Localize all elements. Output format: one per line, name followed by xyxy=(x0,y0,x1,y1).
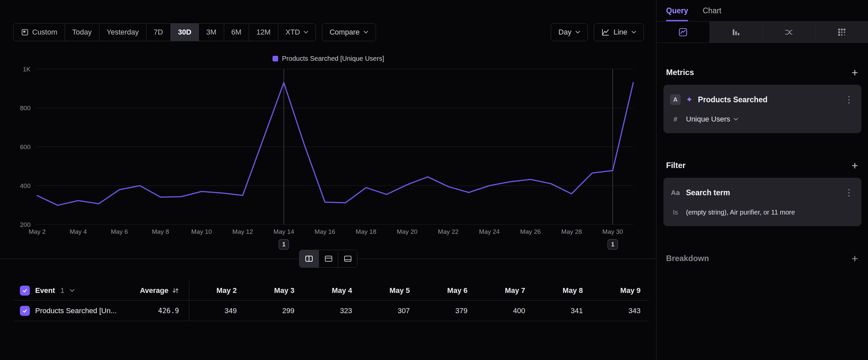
aggregation-label: Unique Users xyxy=(686,115,730,123)
layout-top-button[interactable] xyxy=(319,250,338,267)
sidebar-tabs: Query Chart xyxy=(657,0,868,21)
add-metric-button[interactable]: + xyxy=(850,67,859,78)
breakdown-title: Breakdown xyxy=(666,254,709,263)
metrics-section-header: Metrics + xyxy=(666,67,859,78)
event-label: Event xyxy=(35,286,55,295)
results-table: Event 1 Average May 2May 3May 4May 5May … xyxy=(13,281,649,321)
column-header-may-5[interactable]: May 5 xyxy=(362,281,420,300)
check-icon xyxy=(22,287,28,294)
tab-chart-label: Chart xyxy=(703,6,721,15)
svg-text:May 2: May 2 xyxy=(29,228,46,235)
insights-icon xyxy=(678,28,688,37)
text-property-icon: Aa xyxy=(670,189,681,197)
line-chart[interactable]: 2004006008001KMay 2May 4May 6May 8May 10… xyxy=(0,0,656,259)
svg-text:May 20: May 20 xyxy=(397,228,417,235)
column-header-may-9[interactable]: May 9 xyxy=(593,281,651,300)
row-checkbox[interactable] xyxy=(20,306,30,316)
layout-bottom-button[interactable] xyxy=(338,250,357,267)
value-cell: 341 xyxy=(535,301,593,321)
filter-condition-row[interactable]: Is (empty string), Air purifier, or 11 m… xyxy=(663,203,861,222)
value-cell: 349 xyxy=(189,301,247,321)
svg-text:May 14: May 14 xyxy=(274,228,294,235)
average-label: Average xyxy=(140,286,168,295)
add-filter-button[interactable]: + xyxy=(850,160,859,171)
layout-top-icon xyxy=(324,255,333,263)
svg-text:400: 400 xyxy=(20,182,31,189)
table-header-row: Event 1 Average May 2May 3May 4May 5May … xyxy=(13,281,649,301)
table-data-row: Products Searched [Un... 426.9 349299323… xyxy=(13,301,649,321)
select-all-checkbox[interactable] xyxy=(20,286,30,296)
event-header-cell[interactable]: Event 1 xyxy=(13,281,106,300)
value-cell: 323 xyxy=(304,301,362,321)
svg-text:May 10: May 10 xyxy=(191,228,212,235)
column-header-may-8[interactable]: May 8 xyxy=(535,281,593,300)
svg-text:May 12: May 12 xyxy=(232,228,253,235)
metric-card-title-row: A ✦ Products Searched ⋮ xyxy=(663,89,861,110)
column-header-may-3[interactable]: May 3 xyxy=(247,281,304,300)
report-type-insights-button[interactable] xyxy=(657,22,710,43)
report-type-flows-button[interactable] xyxy=(762,22,815,43)
row-name-cell[interactable]: Products Searched [Un... xyxy=(13,301,106,321)
filter-options-button[interactable]: ⋮ xyxy=(843,188,855,197)
row-name: Products Searched [Un... xyxy=(35,307,117,315)
metric-aggregation-row[interactable]: # Unique Users xyxy=(663,110,861,129)
average-value-cell: 426.9 xyxy=(106,301,189,321)
insights-report: CustomTodayYesterday7D30D3M6M12MXTD Comp… xyxy=(0,0,868,360)
column-header-may-6[interactable]: May 6 xyxy=(420,281,477,300)
layout-toggle-group xyxy=(299,250,358,268)
layout-split-icon xyxy=(305,255,313,263)
value-cell: 307 xyxy=(362,301,420,321)
filter-card[interactable]: Aa Search term ⋮ Is (empty string), Air … xyxy=(663,178,861,226)
column-header-may-2[interactable]: May 2 xyxy=(189,281,247,300)
report-type-row xyxy=(657,21,868,43)
tab-query[interactable]: Query xyxy=(666,0,688,21)
main-panel: CustomTodayYesterday7D30D3M6M12MXTD Comp… xyxy=(0,0,656,360)
layout-bottom-icon xyxy=(343,255,352,263)
filter-operator: Is xyxy=(670,209,681,216)
svg-text:1: 1 xyxy=(282,241,285,248)
report-type-funnels-button[interactable] xyxy=(710,22,763,43)
event-sparkle-icon: ✦ xyxy=(686,95,692,104)
metric-options-button[interactable]: ⋮ xyxy=(843,95,855,104)
svg-text:1: 1 xyxy=(611,241,614,248)
retention-icon xyxy=(837,28,846,37)
average-value: 426.9 xyxy=(158,307,179,315)
value-cell: 299 xyxy=(247,301,304,321)
svg-text:600: 600 xyxy=(20,143,31,150)
metric-card[interactable]: A ✦ Products Searched ⋮ # Unique Users xyxy=(663,85,861,133)
filter-title: Filter xyxy=(666,161,686,170)
column-header-may-7[interactable]: May 7 xyxy=(477,281,535,300)
tab-query-label: Query xyxy=(666,6,688,15)
average-header-cell[interactable]: Average xyxy=(106,281,189,300)
filter-card-title-row: Aa Search term ⋮ xyxy=(663,182,861,203)
svg-text:May 8: May 8 xyxy=(152,228,169,235)
svg-text:May 22: May 22 xyxy=(438,228,459,235)
svg-text:800: 800 xyxy=(20,105,31,112)
add-breakdown-button[interactable]: + xyxy=(850,253,859,264)
tab-chart[interactable]: Chart xyxy=(703,0,721,21)
svg-text:May 4: May 4 xyxy=(70,228,87,235)
svg-text:May 26: May 26 xyxy=(520,228,541,235)
svg-text:1K: 1K xyxy=(23,66,31,73)
breakdown-section-header: Breakdown + xyxy=(666,253,859,264)
svg-text:May 18: May 18 xyxy=(356,228,376,235)
filter-section-header: Filter + xyxy=(666,160,859,171)
report-type-retention-button[interactable] xyxy=(815,22,868,43)
chevron-down-icon xyxy=(70,289,74,292)
svg-text:May 28: May 28 xyxy=(561,228,582,235)
layout-split-button[interactable] xyxy=(300,250,319,267)
funnels-icon xyxy=(732,28,741,37)
column-header-may-4[interactable]: May 4 xyxy=(304,281,362,300)
sort-icon xyxy=(172,286,180,295)
value-cell: 400 xyxy=(477,301,535,321)
svg-text:200: 200 xyxy=(20,221,31,228)
value-cell: 379 xyxy=(420,301,477,321)
svg-text:May 16: May 16 xyxy=(315,228,335,235)
metrics-title: Metrics xyxy=(666,68,694,77)
value-cell: 343 xyxy=(593,301,651,321)
series-letter-badge: A xyxy=(670,94,681,105)
event-count: 1 xyxy=(60,286,64,295)
flows-icon xyxy=(784,28,794,37)
filter-property-name: Search term xyxy=(686,188,838,197)
chevron-down-icon xyxy=(734,117,738,121)
